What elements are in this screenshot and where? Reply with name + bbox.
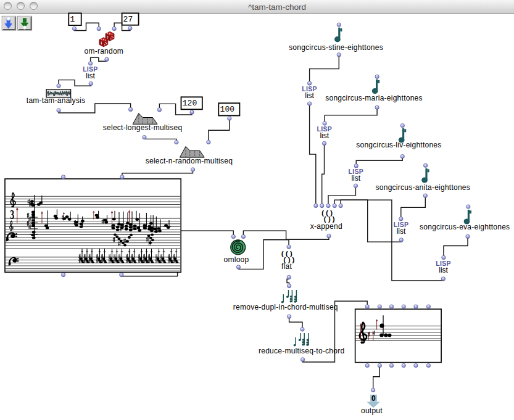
- svg-text:3: 3: [10, 207, 14, 222]
- svg-text:list: list: [351, 174, 360, 183]
- svg-text:list: list: [397, 227, 406, 236]
- svg-text:remove-dupl-in-chord-multiseq: remove-dupl-in-chord-multiseq: [233, 303, 338, 311]
- svg-text:list: list: [86, 72, 95, 80]
- svg-text:list: list: [305, 91, 314, 100]
- svg-text:100: 100: [220, 105, 234, 114]
- svg-text:x-append: x-append: [310, 222, 342, 231]
- svg-text:omloop: omloop: [224, 255, 249, 264]
- svg-text:list: list: [320, 131, 329, 140]
- svg-text:songcircus-eva-eighttones: songcircus-eva-eighttones: [420, 223, 510, 231]
- svg-text:27: 27: [123, 15, 133, 24]
- svg-text:0: 0: [371, 394, 376, 403]
- svg-text:reduce-multiseq-to-chord: reduce-multiseq-to-chord: [259, 347, 344, 355]
- svg-text:output: output: [361, 406, 383, 415]
- svg-text:om-random: om-random: [84, 47, 123, 56]
- svg-text:songcircus-maria-eighttones: songcircus-maria-eighttones: [325, 94, 422, 102]
- svg-text:songcircus-stine-eighttones: songcircus-stine-eighttones: [289, 43, 383, 52]
- svg-text:select-n-random-multiseq: select-n-random-multiseq: [146, 157, 233, 165]
- svg-text:1: 1: [70, 15, 75, 24]
- svg-text:list: list: [439, 266, 448, 274]
- svg-text:120: 120: [183, 99, 197, 108]
- svg-text:tam-tam-analysis: tam-tam-analysis: [27, 96, 85, 105]
- svg-text:songcircus-anita-eighttones: songcircus-anita-eighttones: [376, 183, 471, 192]
- svg-text:songcircus-liv-eighttones: songcircus-liv-eighttones: [356, 141, 441, 149]
- svg-text:flat: flat: [281, 262, 292, 271]
- svg-text:select-longest-multiseq: select-longest-multiseq: [103, 123, 182, 132]
